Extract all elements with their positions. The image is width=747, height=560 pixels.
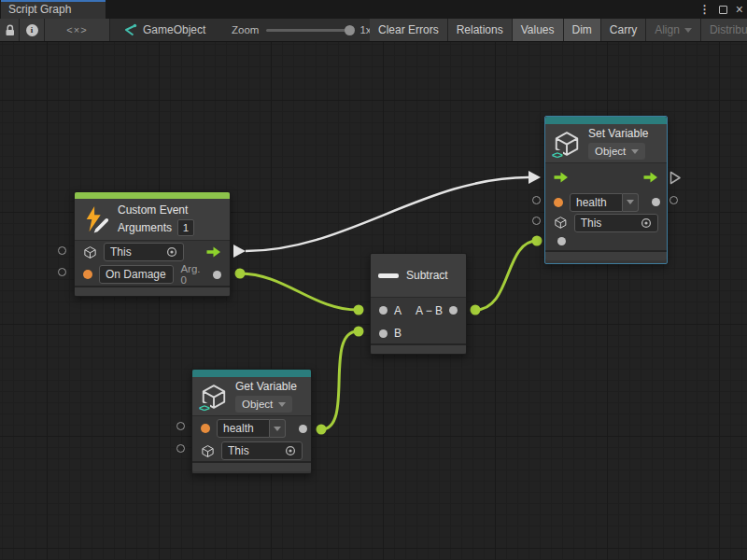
- chevron-down-icon: [627, 200, 634, 204]
- target-icon[interactable]: [641, 217, 652, 229]
- port-row-on-damage: On Damage Arg. 0: [75, 263, 230, 286]
- zoom-label: Zoom: [232, 24, 259, 35]
- arg0-output-port[interactable]: [213, 271, 221, 279]
- flow-out-arrow-icon[interactable]: [643, 172, 658, 183]
- chevron-down-icon: [631, 149, 639, 154]
- port-row-this: This: [545, 213, 667, 232]
- wire-subtract-to-setvariable: [475, 241, 537, 310]
- set-variable-flow-out-port[interactable]: [669, 171, 682, 185]
- set-variable-flow-in-connector[interactable]: [529, 171, 541, 184]
- node-title: Get Variable: [235, 380, 297, 393]
- graph-canvas[interactable]: Custom Event Arguments 1 This: [0, 42, 747, 560]
- arg0-label: Arg. 0: [180, 263, 206, 286]
- tab-script-graph[interactable]: Script Graph: [1, 0, 106, 19]
- cube-icon: [83, 245, 97, 259]
- this-field[interactable]: This: [104, 243, 184, 261]
- node-title: Set Variable: [588, 127, 648, 140]
- flow-out-arrow-icon[interactable]: [206, 246, 221, 258]
- custom-event-target-port[interactable]: [58, 268, 66, 276]
- info-icon: i: [26, 24, 38, 36]
- set-variable-value-out-port[interactable]: [669, 196, 678, 204]
- object-variable-icon: <>: [553, 130, 581, 158]
- port-row-flow: [545, 163, 667, 191]
- input-b-label: B: [394, 327, 402, 340]
- cube-icon: [201, 444, 215, 458]
- subtract-icon: [378, 273, 399, 278]
- output-port[interactable]: [449, 306, 458, 315]
- node-get-variable[interactable]: <> Get Variable Object health: [191, 369, 312, 474]
- port-row-this: This: [75, 241, 230, 263]
- wire-getvariable-to-subtract-b: [321, 331, 358, 429]
- dropdown-button[interactable]: [270, 419, 286, 438]
- output-label: A − B: [416, 304, 443, 317]
- clear-errors-button[interactable]: Clear Errors: [370, 19, 448, 41]
- custom-event-body: This On Damage: [75, 241, 230, 286]
- target-icon[interactable]: [166, 246, 177, 258]
- variable-scope-dropdown[interactable]: Object: [588, 143, 645, 160]
- values-button[interactable]: Values: [513, 19, 564, 41]
- custom-event-flow-in-port[interactable]: [58, 246, 66, 255]
- get-variable-name-port[interactable]: [176, 422, 185, 430]
- wire-endpoint-dot: [354, 305, 364, 315]
- port-row-name: health: [192, 416, 311, 441]
- node-subtract[interactable]: Subtract A A − B B: [370, 253, 467, 355]
- event-port[interactable]: [83, 270, 92, 279]
- custom-event-header: Custom Event Arguments 1: [75, 199, 230, 241]
- target-icon[interactable]: [285, 445, 296, 456]
- variable-scope-dropdown[interactable]: Object: [235, 396, 292, 413]
- maximize-icon[interactable]: [719, 6, 727, 14]
- dropdown-button[interactable]: [623, 193, 639, 212]
- node-custom-event[interactable]: Custom Event Arguments 1 This: [74, 191, 231, 297]
- lock-icon: [3, 23, 17, 37]
- tab-bar: Script Graph ⋮ ×: [0, 0, 747, 19]
- align-button[interactable]: Align: [646, 19, 701, 41]
- chevron-down-icon: [274, 427, 281, 431]
- node-footer: [371, 343, 466, 354]
- this-field[interactable]: This: [574, 214, 658, 232]
- input-b-port[interactable]: [379, 329, 388, 338]
- set-variable-header: <> Set Variable Object: [545, 124, 667, 163]
- cube-icon: [554, 216, 568, 230]
- get-variable-header: <> Get Variable Object: [192, 377, 311, 416]
- input-a-port[interactable]: [379, 306, 388, 315]
- graph-target[interactable]: GameObject: [123, 19, 205, 41]
- relations-button[interactable]: Relations: [448, 19, 513, 41]
- get-variable-target-port[interactable]: [176, 444, 185, 453]
- zoom-slider-knob[interactable]: [345, 25, 355, 35]
- get-variable-body: health This: [192, 416, 311, 461]
- chevron-down-icon: [684, 28, 692, 33]
- event-name-field[interactable]: On Damage: [99, 265, 174, 284]
- zoom-slider[interactable]: [266, 29, 352, 32]
- lock-button[interactable]: [0, 19, 20, 41]
- port-row-b: B: [371, 323, 466, 343]
- variable-accent-bar: [192, 370, 311, 377]
- set-variable-name-port[interactable]: [532, 196, 541, 204]
- custom-event-flow-out-connector[interactable]: [233, 245, 246, 258]
- value-output-port[interactable]: [652, 198, 660, 206]
- info-button[interactable]: i: [20, 19, 45, 41]
- code-icon: <×>: [66, 24, 87, 35]
- carry-button[interactable]: Carry: [601, 19, 646, 41]
- variable-name-dropdown[interactable]: health: [570, 193, 639, 212]
- name-port[interactable]: [201, 424, 210, 433]
- flow-in-arrow-icon[interactable]: [554, 172, 569, 183]
- arguments-count-field[interactable]: 1: [177, 219, 194, 236]
- set-variable-target-port[interactable]: [532, 217, 541, 225]
- value-output-port[interactable]: [299, 425, 307, 433]
- close-icon[interactable]: ×: [736, 5, 743, 14]
- node-title: Custom Event: [118, 203, 194, 217]
- node-footer: [75, 286, 230, 296]
- window-menu-icon[interactable]: ⋮: [699, 3, 711, 16]
- dim-button[interactable]: Dim: [564, 19, 601, 41]
- node-set-variable[interactable]: <> Set Variable Object: [544, 116, 668, 264]
- distribute-button[interactable]: Distribute: [701, 19, 747, 41]
- node-footer: [192, 461, 311, 471]
- new-value-port[interactable]: [557, 237, 566, 245]
- variable-name-dropdown[interactable]: health: [217, 419, 286, 438]
- node-title: Subtract: [406, 269, 448, 282]
- this-field[interactable]: This: [221, 441, 303, 460]
- name-port[interactable]: [554, 198, 563, 207]
- lightning-pencil-icon: [82, 205, 110, 233]
- graph-target-label: GameObject: [143, 23, 205, 36]
- code-preview-button[interactable]: <×>: [45, 19, 110, 41]
